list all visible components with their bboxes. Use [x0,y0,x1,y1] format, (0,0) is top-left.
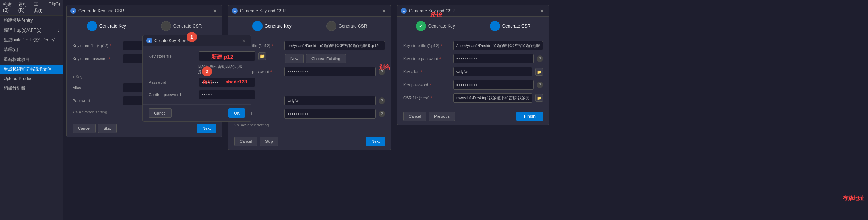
dialog1-footer: Cancel Skip Next [67,120,222,137]
dialog3-step1-circle [416,21,426,31]
dialog3-password-input[interactable] [453,54,534,63]
dialog3-finish-button[interactable]: Finish [516,112,543,121]
dialog2-alias-input[interactable] [284,96,376,105]
dialog1-close-button[interactable]: ✕ [212,8,218,14]
dialog3-step1-label: Generate Key [428,24,455,29]
dialog2-skip-button[interactable]: Skip [260,137,278,146]
sub-dialog-keystore-label: Key store file [149,54,196,58]
menu-git[interactable]: Git(G) [47,1,62,14]
dialog1-password-label: Key store password * [73,57,120,61]
dialog3-alias-folder[interactable]: 📁 [535,68,543,76]
dialog3-csr-input[interactable] [453,93,532,103]
dialog1-step1-label: Generate Key [99,24,126,29]
dialog1-keystore-required: * [110,43,111,48]
sub-dialog-title: Create Key Store [154,38,188,43]
menu-item-clean[interactable]: 清理项目 [0,45,63,55]
sub-dialog-cancel-button[interactable]: Cancel [149,108,172,118]
sub-dialog-keystore-row: Key store file 📁 [149,51,245,61]
dialog2-key-section[interactable]: Key [234,87,385,92]
dialog3-keystore-input[interactable] [453,41,543,50]
dialog1-cancel-button[interactable]: Cancel [73,124,96,133]
dialog1-password-required: * [109,57,110,61]
sub-dialog-password-input[interactable] [199,78,255,87]
dialog3-alias-label: Key alias * [403,70,450,74]
dialog3-key-password-row: Key password * ? [403,80,543,90]
sub-dialog-close-button[interactable]: ✕ [241,37,247,44]
dialog1-icon: ▲ [70,8,76,14]
dialog2-step1: Generate Key [252,21,292,31]
sub-dialog-confirm-row: Confirm password [149,90,245,99]
dialog2-step1-circle [252,21,263,31]
menu-item-rebuild[interactable]: 重新构建项目 [0,55,63,65]
dialog1-footer-right: Next [197,124,216,133]
dialog2-keystore-input[interactable] [284,41,385,50]
dialog3-footer-left: Cancel Previous [403,112,455,121]
dialog1-footer-left: Cancel Skip [73,124,117,133]
sub-dialog-confirm-input[interactable] [199,90,255,99]
menu-item-upload[interactable]: Upload Product [0,74,63,83]
menu-item-build-module[interactable]: 构建模块 'entry' [0,16,63,25]
dialog1-alias-label: Alias [73,86,120,90]
dialog3-password-help[interactable]: ? [537,55,543,62]
sub-dialog-password-row: Password [149,78,245,87]
dialog3-step2-circle [490,21,500,31]
dialog2-key-password-help[interactable]: ? [379,111,385,117]
dialog2-choose-button[interactable]: Choose Existing [306,54,346,63]
menu-build[interactable]: 构建(B) [1,1,14,14]
dialog2-step1-label: Generate Key [265,24,292,29]
dialog2-step2-circle [326,21,336,31]
dialog1-title: Generate Key and CSR [78,8,124,13]
dialog2-password-help[interactable]: ? [379,69,385,75]
menu-item-build-profile[interactable]: 生成buildProfile文件 'entry' [0,35,63,45]
dialog3-csr-folder[interactable]: 📁 [535,94,543,102]
sub-dialog-keystore-path: 我的证书和密钥\我的元服务.p12 [149,64,245,75]
menu-item-generate-cert[interactable]: 生成私钥和证书请求文件 [0,65,63,74]
dialog2-key-password-row: Password ? [234,109,385,119]
dialog1-title-left: ▲ Generate Key and CSR [70,8,124,14]
dialog1-skip-button[interactable]: Skip [98,124,116,133]
sub-dialog-icon: ▲ [146,38,152,43]
dialog3-alias-input[interactable] [453,67,532,76]
dialog1-step2-label: Generate CSR [173,24,202,29]
dialog1-keystore-label: Key store file (*.p12) * [73,43,120,48]
dialog3-keystore-label: Key store file (*.p12) * [403,43,450,48]
dialog2-close-button[interactable]: ✕ [381,8,387,14]
dialog3-csr-label: CSR file (*.csr) * [403,96,450,100]
dialog2-footer-right: Next [366,137,385,146]
dialog1-step1: Generate Key [87,21,126,31]
sidebar: 构建(B) 运行(R) 工具(I) Git(G) 构建模块 'entry' 编译… [0,0,63,220]
dialog2-footer: Cancel Skip Next [228,133,391,150]
menu-item-analyzer[interactable]: 构建分析器 [0,83,63,93]
menu-item-compile[interactable]: 编译 Hap(s)/APP(s) [0,25,63,35]
dialog3-key-password-help[interactable]: ? [537,82,543,88]
menu-run[interactable]: 运行(R) [17,1,30,14]
dialog3-key-password-input[interactable] [453,80,534,90]
dialog2-password-input[interactable] [284,67,376,76]
sub-dialog-confirm-label: Confirm password [149,92,196,97]
dialog1-next-button[interactable]: Next [197,124,216,133]
dialog2-new-button[interactable]: New [285,54,304,63]
dialog2-alias-help[interactable]: ? [379,97,385,104]
dialog3-password-row: Key store password * ? [403,54,543,63]
sub-dialog-folder-icon[interactable]: 📁 [258,52,266,60]
dialog3-titlebar: ▲ Generate Key and CSR ✕ [397,5,549,17]
sub-dialog-footer-left: Cancel [149,108,172,118]
dialog1-step2: Generate CSR [161,21,202,31]
dialog2-step-line [294,26,323,26]
dialog2-key-password-input[interactable] [284,109,376,119]
dialog2-titlebar: ▲ Generate Key and CSR ✕ [228,5,391,17]
dialog2-advance-section[interactable]: > Advance setting [234,122,385,128]
menu-tools[interactable]: 工具(I) [33,1,44,14]
sub-dialog-keystore-input[interactable] [199,51,255,61]
dialog3-previous-button[interactable]: Previous [429,112,455,121]
dialog1-titlebar: ▲ Generate Key and CSR ✕ [67,5,222,17]
dialog-generate-key-csr-3: ▲ Generate Key and CSR ✕ Generate Key Ge… [397,5,549,125]
dialog2-next-button[interactable]: Next [366,137,385,146]
dialog1-step2-circle [161,21,171,31]
dialog3-close-button[interactable]: ✕ [539,8,545,14]
dialog2-cancel-button[interactable]: Cancel [234,137,257,146]
sub-dialog-password-label: Password [149,80,196,84]
dialog3-cancel-button[interactable]: Cancel [403,112,426,121]
sub-dialog-ok-button[interactable]: OK [228,108,245,118]
dialog3-keystore-row: Key store file (*.p12) * [403,41,543,50]
